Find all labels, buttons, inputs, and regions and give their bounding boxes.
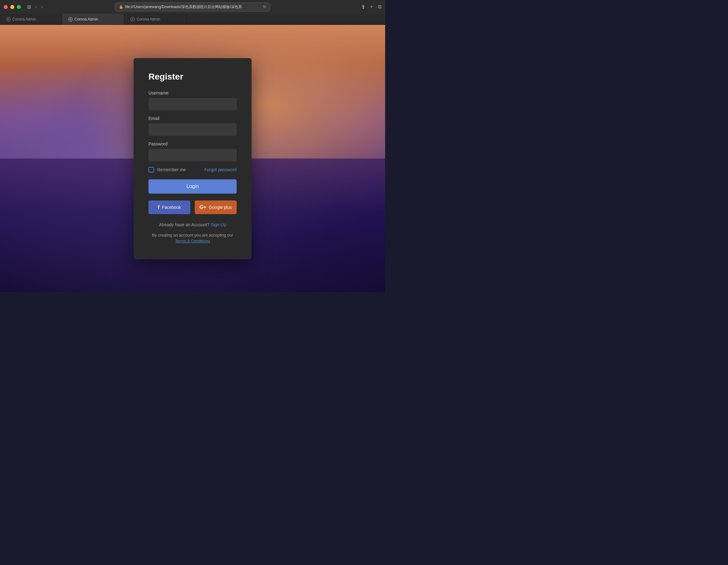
- google-icon: G+: [199, 204, 206, 210]
- traffic-lights: [4, 5, 21, 9]
- refresh-icon[interactable]: ↻: [263, 5, 266, 9]
- back-arrow-icon[interactable]: ‹: [34, 4, 38, 10]
- sidebar-toggle-icon[interactable]: ⊞: [27, 4, 31, 10]
- tab-1-label: Corona Admin: [12, 17, 36, 21]
- nav-arrows: ‹ ›: [34, 4, 44, 10]
- remember-me-label: Remember me: [157, 167, 186, 172]
- new-tab-icon[interactable]: +: [370, 4, 373, 10]
- address-bar[interactable]: 🔒 file:///Users/janewang/Downloads/深色系数据…: [115, 2, 270, 11]
- tab-overview-icon[interactable]: ⧉: [378, 4, 381, 10]
- tab-3-label: Corona Admin: [137, 17, 160, 21]
- tab-3[interactable]: ⊘ Corona Admin: [124, 14, 186, 25]
- window-chrome: ⊞ ‹ › 🔒 file:///Users/janewang/Downloads…: [0, 0, 385, 14]
- username-input[interactable]: [148, 98, 237, 110]
- address-text: file:///Users/janewang/Downloads/深色系数据统计…: [125, 4, 261, 10]
- username-label: Username: [148, 90, 237, 95]
- page-background: Register Username Email Password Remembe…: [0, 25, 385, 292]
- signup-row: Already have an Account? Sign Up: [148, 222, 237, 227]
- remember-me-checkbox[interactable]: [148, 167, 154, 172]
- close-button[interactable]: [4, 5, 8, 9]
- window-actions-right: ⬆ + ⧉: [361, 4, 381, 10]
- shield-icon: 🔒: [119, 5, 123, 9]
- email-input[interactable]: [148, 123, 237, 136]
- terms-text: By creating an account you are accepting…: [152, 233, 233, 237]
- tabs-bar: ⊘ Corona Admin ⊘ Corona Admin ⊘ Corona A…: [0, 14, 385, 25]
- password-label: Password: [148, 141, 237, 146]
- remember-left: Remember me: [148, 167, 186, 172]
- register-card: Register Username Email Password Remembe…: [134, 58, 252, 259]
- signup-link[interactable]: Sign Up: [211, 222, 226, 227]
- window-controls: ⊞ ‹ ›: [4, 4, 44, 10]
- google-label: Google plus: [209, 205, 232, 210]
- username-group: Username: [148, 90, 237, 110]
- tab-2[interactable]: ⊘ Corona Admin: [62, 14, 124, 25]
- share-icon[interactable]: ⬆: [361, 4, 365, 10]
- google-button[interactable]: G+ Google plus: [195, 200, 237, 214]
- already-account-text: Already have an Account?: [159, 222, 210, 227]
- social-buttons: f Facebook G+ Google plus: [148, 200, 237, 214]
- tab-1[interactable]: ⊘ Corona Admin: [0, 14, 62, 25]
- remember-row: Remember me Forgot password: [148, 167, 237, 172]
- password-group: Password: [148, 141, 237, 161]
- tab-1-icon: ⊘: [6, 17, 11, 21]
- forward-arrow-icon[interactable]: ›: [40, 4, 44, 10]
- facebook-label: Facebook: [162, 205, 181, 210]
- forgot-password-link[interactable]: Forgot password: [204, 167, 237, 172]
- address-bar-container: 🔒 file:///Users/janewang/Downloads/深色系数据…: [115, 2, 270, 11]
- email-label: Email: [148, 116, 237, 121]
- maximize-button[interactable]: [17, 5, 21, 9]
- password-input[interactable]: [148, 149, 237, 161]
- tab-3-icon: ⊘: [130, 17, 135, 21]
- tab-2-label: Corona Admin: [75, 17, 98, 21]
- minimize-button[interactable]: [10, 5, 14, 9]
- register-title: Register: [148, 72, 237, 82]
- terms-link[interactable]: Terms & Conditions: [175, 239, 210, 243]
- email-group: Email: [148, 116, 237, 136]
- facebook-icon: f: [158, 204, 159, 210]
- facebook-button[interactable]: f Facebook: [148, 200, 190, 214]
- terms-row: By creating an account you are accepting…: [148, 232, 237, 244]
- login-button[interactable]: Login: [148, 179, 237, 194]
- tab-2-icon: ⊘: [68, 17, 73, 21]
